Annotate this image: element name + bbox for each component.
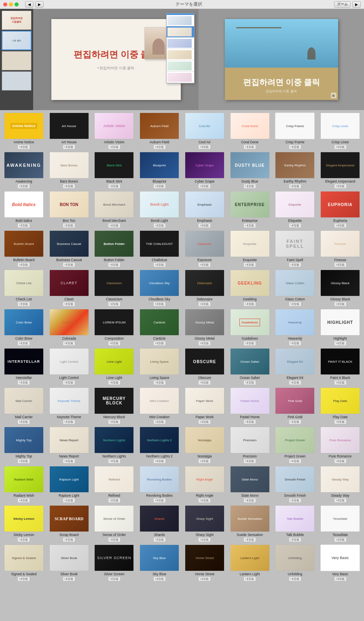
template-item-geekling[interactable]: GEEKLING Geekling 내장됨 xyxy=(229,270,271,306)
template-item-paper-work[interactable]: Paper Work Paper Work 내장됨 xyxy=(183,387,226,424)
template-item-mercury-block[interactable]: MERCURY BLOCK Mercury Block 내장됨 xyxy=(93,387,136,424)
template-item-exposure[interactable]: Exposure Exposure 내장됨 xyxy=(183,230,226,267)
template-item-cyber-grape[interactable]: Cyber Grape Cyber Grape 내장됨 xyxy=(183,152,226,189)
template-item-bon-ton[interactable]: BON TON Bon Ton 내장됨 xyxy=(48,191,91,228)
template-item-silver-book[interactable]: Silver Book Silver Book 내장됨 xyxy=(48,544,91,581)
template-item-mighty-top[interactable]: Mighty Top Mighty Top 내장됨 xyxy=(2,427,45,464)
template-item-finesse[interactable]: Finesse Finesse 내장됨 xyxy=(319,230,362,267)
minimize-button[interactable] xyxy=(9,2,13,6)
template-item-sky-blue[interactable]: Sky Blue Sky Blue 내장됨 xyxy=(138,544,181,581)
main-slide-canvas[interactable]: 편집하려면 이중 클릭 • 편집하려면 이중 클릭 xyxy=(51,19,181,100)
window-controls[interactable] xyxy=(3,2,19,6)
template-item-exquisite[interactable]: Exquisite Exquisite 내장됨 xyxy=(229,230,271,267)
template-item-chalkdust[interactable]: THE CHALKDUST Chalkdust 내장됨 xyxy=(138,230,181,267)
slide-thumb-3[interactable] xyxy=(2,51,32,70)
template-item-artistic-vision[interactable]: Artistic Vision Artistic Vision 내장됨 xyxy=(93,113,136,149)
play-button[interactable]: ▶ xyxy=(352,1,361,8)
template-item-play-date[interactable]: Play Date Play Date 내장됨 xyxy=(319,387,362,424)
template-item-project-green[interactable]: Project Green Project Green 내장됨 xyxy=(274,427,317,464)
template-item-coral-done[interactable]: Coral Done Coral Done 내장됨 xyxy=(229,113,271,149)
theme-browser-item-2[interactable] xyxy=(167,26,194,38)
template-item-black-mint[interactable]: Black Mint Black Mint 내장됨 xyxy=(93,152,136,189)
template-item-mini-creation[interactable]: Mini Creation Mini Creation 내장됨 xyxy=(138,387,181,424)
theme-browser-item-4[interactable] xyxy=(167,49,194,60)
zoom-button[interactable]: ズーム xyxy=(334,1,351,8)
template-item-unfolding[interactable]: Unfolding Unfolding 내장됨 xyxy=(274,544,317,581)
template-item-slate-mono[interactable]: Slate Mono Slate Mono 내장됨 xyxy=(229,466,271,503)
template-item-radiant-wish[interactable]: Radiant Wish Radiant Wish 내장됨 xyxy=(2,466,45,503)
template-item-light-control[interactable]: Light Control Light Control 내장됨 xyxy=(48,348,91,385)
template-item-pure-romance[interactable]: Pure Romance Pure Romance 내장됨 xyxy=(319,427,362,464)
template-item-suede-sensation[interactable]: Suede Sensation Suede Sensation 내장됨 xyxy=(229,505,271,542)
template-item-glossy-metal[interactable]: Glossy Metal Glossy Metal 내장됨 xyxy=(183,309,226,346)
theme-browser-item-3[interactable] xyxy=(167,38,194,49)
template-item-bulletin-board[interactable]: Bulletin Board Bulletin Board 내장됨 xyxy=(2,230,45,267)
template-item-debonaire[interactable]: Debonaire Debonaire 내장됨 xyxy=(183,270,226,306)
template-item-precision[interactable]: Precision Precision 내장됨 xyxy=(229,427,271,464)
slide-thumb-4[interactable] xyxy=(2,71,32,91)
theme-browser-item-6[interactable] xyxy=(167,72,194,83)
template-item-canticle[interactable]: Canticle Canticle 내장됨 xyxy=(138,309,181,346)
template-item-revolving-bodies[interactable]: Revolving Bodies Revolving Bodies 내장됨 xyxy=(138,466,181,503)
template-item-scrap-board[interactable]: SCRAP BOARD Scrap Board 내장됨 xyxy=(48,505,91,542)
template-item-button-folder[interactable]: Button Folder Button Folder 내장됨 xyxy=(93,230,136,267)
template-item-crisp-frame[interactable]: Crisp Frame Crisp Frame 내장됨 xyxy=(274,113,317,149)
template-item-bond-merchant[interactable]: Bond Merchant Bond Merchant 내장됨 xyxy=(93,191,136,228)
template-item-news-report[interactable]: News Report News Report 내장됨 xyxy=(48,427,91,464)
template-item-cloudless-sky[interactable]: Cloudless Sky Cloudless Sky 내장됨 xyxy=(138,270,181,306)
forward-button[interactable]: ▶ xyxy=(35,1,44,8)
template-item-northern-lights[interactable]: Northern Lights Northern Lights 내장됨 xyxy=(93,427,136,464)
template-item-silver-screen[interactable]: SILVER SCREEN Silver Screen 내장됨 xyxy=(93,544,136,581)
template-item-tessellate[interactable]: Tessellate Tessellate 내장됨 xyxy=(319,505,362,542)
template-item-pink-gold[interactable]: Pink Gold Pink Gold 내장됨 xyxy=(274,387,317,424)
template-item-ocean-safari[interactable]: Ocean Safari Ocean Safari 내장됨 xyxy=(229,348,271,385)
maximize-button[interactable] xyxy=(15,2,19,6)
template-item-business-casual[interactable]: Business Casual Business Casual 내장됨 xyxy=(48,230,91,267)
template-item-bondi-light[interactable]: Bondi Light Bondi Light 내장됨 xyxy=(138,191,181,228)
slide-thumb-2[interactable]: 이중 클릭 xyxy=(2,31,32,50)
template-item-living-space[interactable]: Living Space Living Space 내장됨 xyxy=(138,348,181,385)
template-item-rapture-light[interactable]: Rapture Light Rapture Light 내장됨 xyxy=(48,466,91,503)
template-item-crisp-lines[interactable]: Crisp Lines Crisp Lines 내장됨 xyxy=(319,113,362,149)
back-button[interactable]: ◀ xyxy=(25,1,34,8)
template-item-auburn-field[interactable]: Auburn Field Auburn Field 내장됨 xyxy=(138,113,181,149)
template-item-smooth-finish[interactable]: Smooth Finish Smooth Finish 내장됨 xyxy=(274,466,317,503)
template-item-anime-notice[interactable]: Anime Notice Anime Notice 내장됨 xyxy=(2,113,45,149)
template-item-composition[interactable]: LOREM IPSUM Composition 내장됨 xyxy=(93,309,136,346)
template-item-very-basic[interactable]: Very Basic Very Basic 내장됨 xyxy=(319,544,362,581)
template-item-sticky-lemon[interactable]: Sticky Lemon Sticky Lemon 내장됨 xyxy=(2,505,45,542)
template-item-etiquette[interactable]: Etiquette Etiquette 내장됨 xyxy=(274,191,317,228)
template-item-lime-light[interactable]: Lime Light Lime Light 내장됨 xyxy=(93,348,136,385)
template-item-art-house[interactable]: Art House Art House 내장됨 xyxy=(48,113,91,149)
template-item-sense-of-order[interactable]: Sense of Order Sense of Order 내장됨 xyxy=(93,505,136,542)
template-item-emphasis[interactable]: Emphasis Emphasis 내장됨 xyxy=(183,191,226,228)
template-item-euphoria[interactable]: EUPHORIA Euphoria 내장됨 xyxy=(319,191,362,228)
template-item-color-brew[interactable]: Color Brew Color Brew 내장됨 xyxy=(2,309,45,346)
template-item-northern-lights-2[interactable]: Northern Lights 2 Northern Lights 2 내장됨 xyxy=(138,427,181,464)
template-item-glass-cotton[interactable]: Glass Cotton Glass Cotton 내장됨 xyxy=(274,270,317,306)
theme-browser-item-1[interactable] xyxy=(167,15,194,26)
template-item-talk-bubble[interactable]: Talk Bubble Talk Bubble 내장됨 xyxy=(274,505,317,542)
template-item-glossy-black[interactable]: Glossy Black Glossy Black 내장됨 xyxy=(319,270,362,306)
template-item-paint-it-black[interactable]: PAINT IT BLACK Paint It Black 내장됨 xyxy=(319,348,362,385)
template-item-pastel-home[interactable]: Pastel Home Pastel Home 내장됨 xyxy=(229,387,271,424)
template-item-signed-&-sealed[interactable]: Signed & Sealed Signed & Sealed 내장됨 xyxy=(2,544,45,581)
template-item-bare-bones[interactable]: Bare Bones Bare Bones 내장됨 xyxy=(48,152,91,189)
template-item-interstellar[interactable]: INTERSTELLAR Interstellar 내장됨 xyxy=(2,348,45,385)
template-item-sharp-sight[interactable]: Sharp Sight Sharp Sight 내장됨 xyxy=(183,505,226,542)
template-item-obscure[interactable]: OBSCURE Obscure 내장됨 xyxy=(183,348,226,385)
template-item-bold-italics[interactable]: Bold Italics Bold Italics 내장됨 xyxy=(2,191,45,228)
template-item-faint-spell[interactable]: FAINTSPELL Faint Spell 내장됨 xyxy=(274,230,317,267)
template-item-right-angle[interactable]: Right Angle Right Angle 내장됨 xyxy=(183,466,226,503)
theme-browser-item-5[interactable] xyxy=(167,60,194,72)
template-item-cool-air[interactable]: Cool Air Cool Air 내장됨 xyxy=(183,113,226,149)
template-item-shards[interactable]: Shards Shards 내장됨 xyxy=(138,505,181,542)
template-item-elegant-ampersand[interactable]: Elegant Ampersand Elegant Ampersand 내장됨 xyxy=(319,152,362,189)
template-item-vinnie-street[interactable]: Vinnie Street Vinnie Street 내장됨 xyxy=(183,544,226,581)
template-item-keynote-theme[interactable]: Keynote Theme Keynote Theme 내장됨 xyxy=(48,387,91,424)
template-item-claret[interactable]: CLARET Claret 내장됨 xyxy=(48,270,91,306)
template-item-check-list[interactable]: Check List Check List 내장됨 xyxy=(2,270,45,306)
template-item-nostalgia[interactable]: Nostalgia Nostalgia 내장됨 xyxy=(183,427,226,464)
template-item-heavenly[interactable]: Heavenly Heavenly 내장됨 xyxy=(274,309,317,346)
template-item-steady-way[interactable]: Steady Way Steady Way 내장됨 xyxy=(319,466,362,503)
